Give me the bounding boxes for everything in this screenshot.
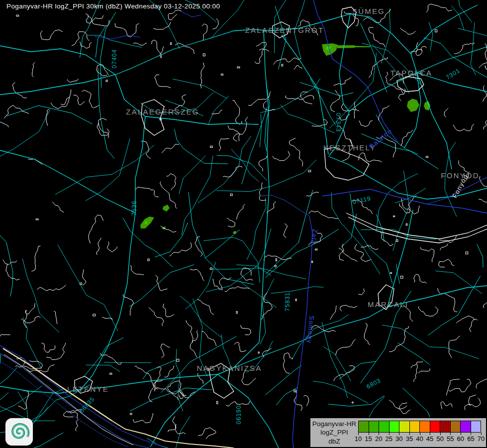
village-outline	[426, 4, 452, 12]
city-label: TAPOLCA	[390, 69, 432, 77]
map-speck	[435, 30, 437, 32]
legend-tick-label: 65	[467, 435, 474, 443]
minor-road	[96, 26, 105, 57]
radar-echo	[233, 231, 236, 234]
village-outline	[18, 391, 28, 410]
village-outline	[160, 182, 177, 209]
village-outline	[3, 260, 17, 265]
legend-cell	[440, 421, 451, 432]
village-outline	[312, 119, 328, 126]
village-outline	[283, 353, 293, 373]
village-outline	[97, 238, 101, 255]
app-logo-button[interactable]	[5, 418, 33, 446]
village-outline	[195, 236, 202, 256]
legend-tick-label: 50	[436, 435, 443, 443]
radar-echo	[424, 101, 430, 111]
minor-road	[84, 337, 123, 377]
city-label: ZALASZENTGRÓT	[245, 26, 324, 34]
village-outline	[223, 166, 242, 177]
major-road	[218, 30, 269, 374]
minor-road	[429, 22, 433, 51]
legend-cell	[430, 421, 441, 432]
village-outline	[414, 274, 427, 283]
lake-shore	[322, 189, 487, 213]
minor-road	[129, 265, 194, 307]
village-outline	[135, 366, 158, 389]
map-speck	[106, 80, 107, 82]
village-outline	[86, 13, 103, 23]
village-outline	[227, 218, 235, 227]
major-road	[0, 150, 135, 213]
village-outline	[228, 126, 240, 141]
village-outline	[284, 224, 287, 238]
minor-road	[180, 296, 221, 337]
village-outline	[115, 23, 139, 37]
map-speck	[312, 261, 313, 262]
minor-road	[206, 228, 271, 292]
village-outline	[364, 323, 370, 344]
water-label: Somogy	[306, 315, 316, 344]
village-outline	[420, 247, 434, 262]
village-outline	[465, 398, 481, 410]
legend-cell	[379, 421, 390, 432]
minor-road	[328, 396, 384, 406]
village-outline	[201, 332, 216, 346]
village-outline	[156, 275, 168, 291]
minor-road	[208, 96, 229, 124]
village-outline	[163, 304, 174, 317]
map-speck	[400, 276, 403, 279]
village-outline	[309, 211, 339, 219]
legend-cell	[471, 421, 481, 432]
minor-road	[396, 264, 400, 284]
river	[180, 11, 201, 17]
radar-map-canvas: ZALASZENTGRÓTSÜMEGTAPOLCAZALAEGERSZEGKES…	[0, 0, 487, 448]
village-outline	[330, 306, 337, 320]
village-outline	[470, 319, 478, 332]
village-outline	[438, 288, 458, 312]
legend-product-name: logZ_PPI	[320, 428, 348, 437]
village-outline	[259, 156, 267, 171]
radar-echo-layer	[140, 43, 430, 234]
village-outline	[4, 106, 29, 118]
village-outline	[419, 306, 438, 316]
legend-title-block: Poganyvar-HR logZ_PPI dbZ	[310, 418, 358, 447]
map-speck	[203, 54, 205, 56]
map-speck	[236, 311, 237, 313]
map-speck	[171, 43, 172, 45]
village-outline	[439, 236, 457, 243]
village-outline	[339, 248, 357, 261]
village-outline	[130, 265, 144, 275]
village-outline	[449, 379, 471, 392]
map-speck	[308, 170, 311, 172]
radar-echo	[163, 205, 170, 212]
minor-road	[260, 114, 262, 147]
village-outline	[294, 391, 302, 411]
radar-echo	[337, 45, 355, 48]
minor-road	[271, 287, 323, 294]
village-outline	[273, 151, 290, 161]
village-outline	[190, 331, 198, 357]
village-outline	[54, 311, 57, 324]
village-outline	[273, 58, 301, 65]
minor-road	[266, 190, 312, 274]
legend-panel: Poganyvar-HR logZ_PPI dbZ 10152025303540…	[309, 417, 487, 448]
minor-road	[350, 194, 392, 284]
major-road	[93, 374, 218, 388]
legend-tick-label: 40	[416, 435, 423, 443]
village-outline	[369, 57, 388, 78]
minor-road	[361, 229, 436, 239]
village-outline	[89, 215, 103, 243]
legend-tick-label: 15	[365, 435, 372, 443]
major-road	[339, 14, 350, 112]
minor-road	[382, 325, 479, 359]
village-outline	[444, 108, 448, 117]
map-speck	[426, 156, 428, 158]
village-outline	[0, 122, 8, 129]
village-outline	[133, 413, 153, 423]
minor-road	[22, 259, 59, 333]
village-outline	[154, 367, 161, 390]
minor-road	[0, 228, 13, 297]
lake-south-shore	[348, 217, 487, 243]
village-outline	[197, 299, 214, 315]
map-speck	[282, 64, 283, 66]
